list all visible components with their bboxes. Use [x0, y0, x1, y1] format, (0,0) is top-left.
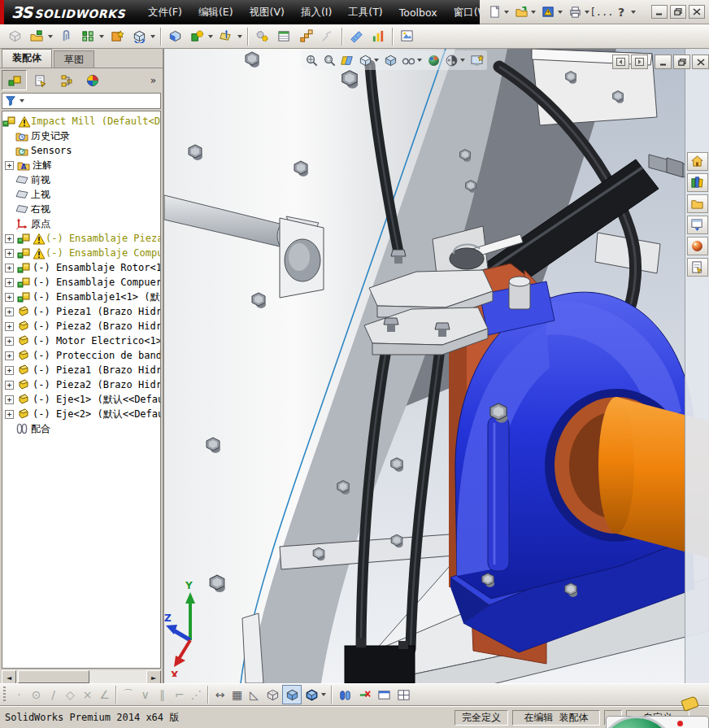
- tree-row-12[interactable]: +(-) Ensamblaje1<1> (默认<D: [2, 290, 160, 304]
- model-canvas[interactable]: [164, 49, 709, 683]
- section-view-button[interactable]: [338, 51, 356, 69]
- view-settings-button[interactable]: [468, 51, 485, 69]
- mate-alignment-button[interactable]: [354, 685, 374, 704]
- dropdown-caret-icon[interactable]: [374, 59, 379, 62]
- dropdown-caret-icon[interactable]: [631, 11, 636, 14]
- tree-row-21[interactable]: 配合: [2, 421, 160, 436]
- tree-row-5[interactable]: 上视: [2, 187, 160, 202]
- file-explorer-tab[interactable]: [687, 194, 708, 213]
- single-viewport-button[interactable]: [374, 685, 394, 704]
- display-style-button[interactable]: [381, 51, 399, 69]
- manager-overflow-chevron[interactable]: »: [150, 75, 156, 86]
- print-icon[interactable]: [565, 2, 585, 22]
- polygon-button[interactable]: ◇: [62, 686, 79, 704]
- options-icon[interactable]: [...: [592, 2, 611, 22]
- tree-row-7[interactable]: 原点: [2, 216, 160, 231]
- smart-fasteners-button[interactable]: [107, 25, 128, 47]
- tree-row-0[interactable]: Impact Mill (Default<Defau: [2, 114, 160, 129]
- tree-expand-toggle[interactable]: +: [5, 322, 14, 331]
- mate-button[interactable]: [55, 25, 77, 47]
- reference-geometry-button[interactable]: [215, 25, 237, 47]
- menu-item-0[interactable]: 文件(F): [140, 0, 190, 24]
- tree-row-19[interactable]: +(-) Eje<1> (默认<<Default>: [2, 392, 160, 407]
- temporary-axes-button[interactable]: [335, 685, 354, 704]
- edit-component-button[interactable]: [4, 25, 26, 47]
- open-document-icon[interactable]: [511, 2, 531, 22]
- tree-row-16[interactable]: +(-) Proteccion de banda<1>: [2, 348, 160, 363]
- scroll-thumb[interactable]: [18, 670, 89, 683]
- sketch-check-button[interactable]: ∨: [137, 686, 154, 704]
- construction-points-button[interactable]: ⋰: [188, 686, 205, 704]
- display-shaded-with-edges-button[interactable]: [302, 685, 321, 704]
- doc-pane-right-button[interactable]: [631, 54, 648, 69]
- menu-item-5[interactable]: Toolbox: [391, 0, 446, 24]
- scroll-track[interactable]: [16, 670, 146, 683]
- bill-of-materials-button[interactable]: [273, 25, 295, 47]
- tree-row-10[interactable]: +(-) Ensamblaje Rotor<1> (默: [2, 260, 160, 275]
- titlebar-restore-button[interactable]: [670, 5, 686, 19]
- configurationmanager-tab[interactable]: [54, 70, 79, 90]
- hide-show-items-button[interactable]: [399, 51, 417, 69]
- line-button[interactable]: /: [45, 686, 62, 704]
- menu-item-4[interactable]: 工具(T): [340, 0, 390, 24]
- dropdown-caret-icon[interactable]: [237, 35, 242, 38]
- grid-snap-button[interactable]: ▦: [228, 686, 246, 704]
- display-wireframe-button[interactable]: [263, 685, 282, 704]
- corner-rectangle-button[interactable]: ⌐: [171, 686, 188, 704]
- tree-expand-toggle[interactable]: +: [5, 381, 14, 390]
- doc-minimize-button[interactable]: [655, 54, 672, 69]
- linear-component-pattern-button[interactable]: [77, 25, 99, 47]
- design-library-tab[interactable]: [687, 173, 708, 192]
- assembly-visualization-button[interactable]: [368, 25, 389, 47]
- tree-expand-toggle[interactable]: +: [5, 278, 14, 287]
- tree-row-8[interactable]: +(-) Ensamblaje Pieza Pr: [2, 231, 160, 246]
- propertymanager-tab[interactable]: [28, 70, 53, 90]
- appearances-scenes-tab[interactable]: [687, 237, 708, 255]
- zoom-to-fit-button[interactable]: [302, 51, 320, 69]
- dropdown-caret-icon[interactable]: [150, 35, 155, 38]
- custom-properties-tab[interactable]: [687, 258, 708, 277]
- edit-appearance-button[interactable]: [424, 51, 442, 69]
- tree-expand-toggle[interactable]: +: [5, 293, 14, 302]
- dropdown-caret-icon[interactable]: [99, 35, 104, 38]
- dropdown-caret-icon[interactable]: [208, 35, 213, 38]
- zoom-to-area-button[interactable]: [320, 51, 338, 69]
- dropdown-caret-icon[interactable]: [48, 35, 53, 38]
- insert-components-button[interactable]: [26, 25, 48, 47]
- view-palette-tab[interactable]: [687, 216, 708, 234]
- toolbar-grip[interactable]: [3, 687, 6, 703]
- tree-expand-toggle[interactable]: +: [5, 410, 14, 419]
- trim-entities-button[interactable]: ×: [79, 686, 96, 704]
- make-block-button[interactable]: ◺: [246, 686, 263, 704]
- tree-row-11[interactable]: +(-) Ensamblaje Compuerta T: [2, 275, 160, 290]
- dropdown-caret-icon[interactable]: [460, 59, 465, 62]
- dropdown-caret-icon[interactable]: [417, 59, 422, 62]
- apply-scene-button[interactable]: [442, 51, 460, 69]
- doc-close-button[interactable]: [692, 54, 709, 69]
- tree-filter[interactable]: [2, 93, 161, 109]
- tree-row-1[interactable]: 历史记录: [2, 129, 160, 143]
- doc-pane-left-button[interactable]: [612, 54, 629, 69]
- dropdown-caret-icon[interactable]: [321, 693, 326, 696]
- tree-expand-toggle[interactable]: +: [5, 264, 14, 272]
- sketch-angle-button[interactable]: ∠: [96, 686, 113, 704]
- tree-horizontal-scrollbar[interactable]: ◄ ►: [2, 670, 161, 683]
- dropdown-caret-icon[interactable]: [558, 11, 563, 14]
- tree-row-3[interactable]: +A注解: [2, 158, 160, 172]
- dropdown-caret-icon[interactable]: [504, 11, 509, 14]
- tangent-arc-button[interactable]: ⌒: [120, 686, 137, 704]
- new-motion-study-button[interactable]: [251, 25, 273, 47]
- tree-expand-toggle[interactable]: +: [5, 234, 14, 243]
- tree-row-13[interactable]: +(-) Pieza1 (Brazo Hidr_S_a: [2, 304, 160, 319]
- menu-item-3[interactable]: 插入(I): [293, 0, 340, 24]
- titlebar-close-button[interactable]: [689, 5, 705, 19]
- point-button[interactable]: ·: [11, 686, 28, 704]
- view-orientation-button[interactable]: [356, 51, 374, 69]
- whats-new-icon[interactable]: [538, 2, 558, 22]
- smart-dimension-button[interactable]: ↔: [211, 686, 228, 704]
- displaymanager-tab[interactable]: [80, 70, 105, 90]
- tab-装配体[interactable]: 装配体: [2, 49, 52, 68]
- instant3d-button[interactable]: [396, 25, 418, 47]
- tree-row-9[interactable]: +(-) Ensamblaje Compuert: [2, 246, 160, 260]
- explode-line-sketch-button[interactable]: [317, 25, 339, 47]
